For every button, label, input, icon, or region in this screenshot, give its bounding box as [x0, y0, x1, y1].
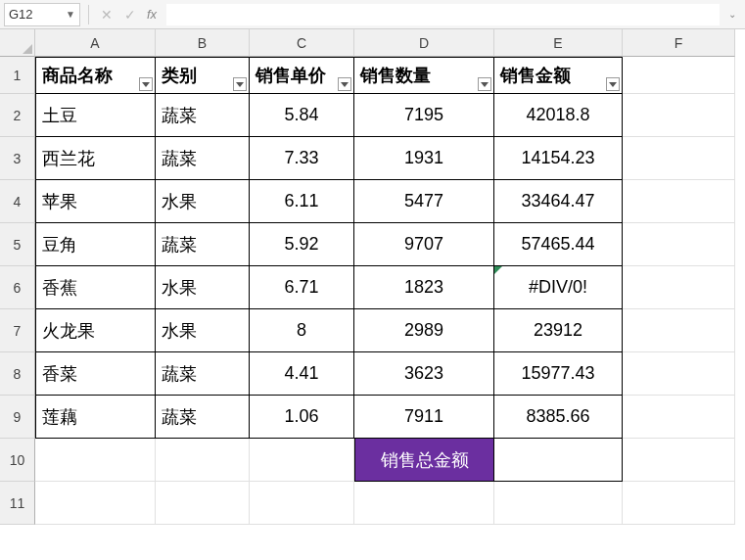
- col-header-B[interactable]: B: [156, 29, 250, 57]
- cell-E11[interactable]: [494, 482, 623, 525]
- filter-icon[interactable]: [233, 77, 247, 91]
- col-header-C[interactable]: C: [250, 29, 354, 57]
- cell-F5[interactable]: [623, 223, 735, 266]
- cell-F3[interactable]: [623, 137, 735, 180]
- formula-bar-row: G12 ▼ ✕ ✓ fx ⌄: [0, 0, 745, 29]
- cell-F8[interactable]: [623, 352, 735, 396]
- cell-D11[interactable]: [354, 482, 494, 525]
- cell-D2[interactable]: 7195: [354, 94, 494, 137]
- cell-F4[interactable]: [623, 180, 735, 223]
- cell-F6[interactable]: [623, 266, 735, 309]
- cell-F10[interactable]: [623, 439, 735, 482]
- cell-B6[interactable]: 水果: [156, 266, 250, 309]
- cell-D9[interactable]: 7911: [354, 396, 494, 439]
- select-all-corner[interactable]: [0, 29, 35, 57]
- filter-icon[interactable]: [338, 77, 351, 91]
- cell-F1[interactable]: [623, 57, 735, 94]
- cell-E10-total-value[interactable]: [494, 439, 623, 482]
- name-box-value: G12: [9, 7, 33, 22]
- cell-C9[interactable]: 1.06: [250, 396, 354, 439]
- name-box-dropdown-icon[interactable]: ▼: [66, 9, 75, 20]
- error-indicator-icon[interactable]: [494, 266, 502, 274]
- cell-B4[interactable]: 水果: [156, 180, 250, 223]
- cell-C5[interactable]: 5.92: [250, 223, 354, 266]
- formula-input[interactable]: [166, 4, 720, 25]
- cell-F11[interactable]: [623, 482, 735, 525]
- cell-E2[interactable]: 42018.8: [494, 94, 623, 137]
- cell-A10[interactable]: [35, 439, 156, 482]
- confirm-icon[interactable]: ✓: [120, 5, 140, 24]
- filter-icon[interactable]: [478, 77, 491, 91]
- cell-D3[interactable]: 1931: [354, 137, 494, 180]
- cell-D6[interactable]: 1823: [354, 266, 494, 309]
- cell-A7[interactable]: 火龙果: [35, 309, 156, 352]
- cell-A11[interactable]: [35, 482, 156, 525]
- cell-C3[interactable]: 7.33: [250, 137, 354, 180]
- fx-icon[interactable]: fx: [144, 7, 163, 22]
- cell-B8[interactable]: 蔬菜: [156, 352, 250, 396]
- cell-A8[interactable]: 香菜: [35, 352, 156, 396]
- cell-D7[interactable]: 2989: [354, 309, 494, 352]
- cell-B2[interactable]: 蔬菜: [156, 94, 250, 137]
- cell-B5[interactable]: 蔬菜: [156, 223, 250, 266]
- cell-D10-total-label[interactable]: 销售总金额: [354, 439, 494, 482]
- cell-E7[interactable]: 23912: [494, 309, 623, 352]
- cell-A6[interactable]: 香蕉: [35, 266, 156, 309]
- cell-E9[interactable]: 8385.66: [494, 396, 623, 439]
- cell-B7[interactable]: 水果: [156, 309, 250, 352]
- header-cell-C[interactable]: 销售单价: [250, 57, 354, 94]
- cell-A9[interactable]: 莲藕: [35, 396, 156, 439]
- row-header-1[interactable]: 1: [0, 57, 35, 94]
- cell-C4[interactable]: 6.11: [250, 180, 354, 223]
- name-box[interactable]: G12 ▼: [4, 3, 80, 26]
- header-cell-E[interactable]: 销售金额: [494, 57, 623, 94]
- cell-C8[interactable]: 4.41: [250, 352, 354, 396]
- header-cell-D[interactable]: 销售数量: [354, 57, 494, 94]
- cell-C2[interactable]: 5.84: [250, 94, 354, 137]
- cell-D4[interactable]: 5477: [354, 180, 494, 223]
- cells-area[interactable]: 商品名称类别销售单价销售数量销售金额土豆蔬菜5.84719542018.8西兰花…: [35, 57, 735, 560]
- row-header-8[interactable]: 8: [0, 352, 35, 396]
- cell-C11[interactable]: [250, 482, 354, 525]
- cell-A2[interactable]: 土豆: [35, 94, 156, 137]
- cell-E3[interactable]: 14154.23: [494, 137, 623, 180]
- cell-F2[interactable]: [623, 94, 735, 137]
- col-header-F[interactable]: F: [623, 29, 735, 57]
- cell-B10[interactable]: [156, 439, 250, 482]
- cell-F9[interactable]: [623, 396, 735, 439]
- row-header-6[interactable]: 6: [0, 266, 35, 309]
- col-header-D[interactable]: D: [354, 29, 494, 57]
- cell-D8[interactable]: 3623: [354, 352, 494, 396]
- row-header-5[interactable]: 5: [0, 223, 35, 266]
- cell-E6[interactable]: #DIV/0!: [494, 266, 623, 309]
- cell-C7[interactable]: 8: [250, 309, 354, 352]
- cell-C6[interactable]: 6.71: [250, 266, 354, 309]
- row-header-7[interactable]: 7: [0, 309, 35, 352]
- row-header-9[interactable]: 9: [0, 396, 35, 439]
- row-header-10[interactable]: 10: [0, 439, 35, 482]
- cancel-icon[interactable]: ✕: [97, 5, 116, 24]
- row-header-4[interactable]: 4: [0, 180, 35, 223]
- cell-C10[interactable]: [250, 439, 354, 482]
- cell-E5[interactable]: 57465.44: [494, 223, 623, 266]
- cell-B3[interactable]: 蔬菜: [156, 137, 250, 180]
- cell-E4[interactable]: 33464.47: [494, 180, 623, 223]
- header-cell-A[interactable]: 商品名称: [35, 57, 156, 94]
- row-header-3[interactable]: 3: [0, 137, 35, 180]
- row-header-2[interactable]: 2: [0, 94, 35, 137]
- filter-icon[interactable]: [139, 77, 153, 91]
- cell-B11[interactable]: [156, 482, 250, 525]
- header-cell-B[interactable]: 类别: [156, 57, 250, 94]
- row-header-11[interactable]: 11: [0, 482, 35, 525]
- cell-F7[interactable]: [623, 309, 735, 352]
- col-header-E[interactable]: E: [494, 29, 623, 57]
- cell-A4[interactable]: 苹果: [35, 180, 156, 223]
- filter-icon[interactable]: [606, 77, 620, 91]
- cell-A3[interactable]: 西兰花: [35, 137, 156, 180]
- col-header-A[interactable]: A: [35, 29, 156, 57]
- cell-D5[interactable]: 9707: [354, 223, 494, 266]
- cell-A5[interactable]: 豆角: [35, 223, 156, 266]
- formula-bar-expand-icon[interactable]: ⌄: [723, 9, 741, 20]
- cell-E8[interactable]: 15977.43: [494, 352, 623, 396]
- cell-B9[interactable]: 蔬菜: [156, 396, 250, 439]
